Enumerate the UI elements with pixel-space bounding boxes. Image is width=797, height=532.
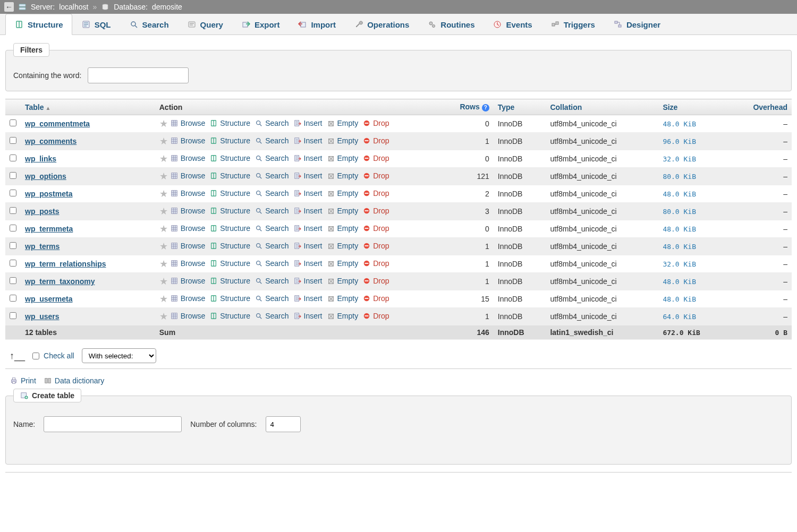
table-name-link[interactable]: wp_term_taxonomy: [25, 277, 95, 286]
favorite-star-icon[interactable]: ★: [159, 241, 168, 252]
structure-action[interactable]: Structure: [209, 171, 250, 180]
tab-sql[interactable]: SQL: [72, 14, 120, 35]
structure-action[interactable]: Structure: [209, 119, 250, 127]
browse-action[interactable]: Browse: [170, 119, 206, 127]
insert-action[interactable]: Insert: [293, 136, 323, 145]
table-name-link[interactable]: wp_comments: [25, 137, 77, 145]
create-cols-input[interactable]: [266, 416, 301, 432]
browse-action[interactable]: Browse: [170, 171, 206, 180]
structure-action[interactable]: Structure: [209, 154, 250, 162]
search-action[interactable]: Search: [255, 277, 289, 285]
empty-action[interactable]: Empty: [327, 277, 359, 285]
help-icon[interactable]: ?: [482, 104, 489, 111]
col-type[interactable]: Type: [494, 99, 546, 115]
favorite-star-icon[interactable]: ★: [159, 259, 168, 269]
browse-action[interactable]: Browse: [170, 312, 206, 320]
drop-action[interactable]: Drop: [362, 277, 389, 285]
empty-action[interactable]: Empty: [327, 136, 359, 145]
table-name-link[interactable]: wp_links: [25, 155, 56, 163]
empty-action[interactable]: Empty: [327, 224, 359, 233]
col-overhead[interactable]: Overhead: [727, 99, 792, 115]
search-action[interactable]: Search: [255, 136, 289, 145]
structure-action[interactable]: Structure: [209, 207, 250, 215]
server-link[interactable]: localhost: [59, 3, 88, 11]
empty-action[interactable]: Empty: [327, 294, 359, 303]
row-checkbox[interactable]: [10, 312, 16, 319]
back-arrow-icon[interactable]: ←: [4, 2, 14, 12]
row-checkbox[interactable]: [10, 207, 16, 214]
row-checkbox[interactable]: [10, 137, 16, 144]
structure-action[interactable]: Structure: [209, 312, 250, 320]
tab-operations[interactable]: Operations: [345, 14, 418, 35]
tab-import[interactable]: Import: [289, 14, 345, 35]
table-name-link[interactable]: wp_users: [25, 312, 60, 321]
col-table[interactable]: Table▲: [21, 99, 155, 115]
drop-action[interactable]: Drop: [362, 312, 389, 320]
drop-action[interactable]: Drop: [362, 294, 389, 303]
row-checkbox[interactable]: [10, 277, 16, 284]
structure-action[interactable]: Structure: [209, 259, 250, 268]
empty-action[interactable]: Empty: [327, 312, 359, 320]
table-name-link[interactable]: wp_options: [25, 172, 66, 181]
drop-action[interactable]: Drop: [362, 224, 389, 233]
row-checkbox[interactable]: [10, 155, 16, 161]
browse-action[interactable]: Browse: [170, 294, 206, 303]
row-checkbox[interactable]: [10, 242, 16, 249]
favorite-star-icon[interactable]: ★: [159, 206, 168, 217]
empty-action[interactable]: Empty: [327, 207, 359, 215]
insert-action[interactable]: Insert: [293, 224, 323, 233]
insert-action[interactable]: Insert: [293, 119, 323, 127]
structure-action[interactable]: Structure: [209, 277, 250, 285]
empty-action[interactable]: Empty: [327, 242, 359, 250]
table-name-link[interactable]: wp_term_relationships: [25, 260, 106, 268]
structure-action[interactable]: Structure: [209, 242, 250, 250]
favorite-star-icon[interactable]: ★: [159, 153, 168, 164]
tab-structure[interactable]: Structure: [5, 14, 72, 35]
tab-designer[interactable]: Designer: [604, 14, 669, 35]
search-action[interactable]: Search: [255, 207, 289, 215]
structure-action[interactable]: Structure: [209, 294, 250, 303]
insert-action[interactable]: Insert: [293, 242, 323, 250]
drop-action[interactable]: Drop: [362, 136, 389, 145]
browse-action[interactable]: Browse: [170, 154, 206, 162]
favorite-star-icon[interactable]: ★: [159, 311, 168, 322]
search-action[interactable]: Search: [255, 312, 289, 320]
structure-action[interactable]: Structure: [209, 224, 250, 233]
drop-action[interactable]: Drop: [362, 189, 389, 198]
browse-action[interactable]: Browse: [170, 136, 206, 145]
table-name-link[interactable]: wp_commentmeta: [25, 119, 90, 128]
with-selected-dropdown[interactable]: With selected:: [82, 348, 156, 363]
insert-action[interactable]: Insert: [293, 207, 323, 215]
create-name-input[interactable]: [44, 416, 182, 432]
empty-action[interactable]: Empty: [327, 119, 359, 127]
insert-action[interactable]: Insert: [293, 259, 323, 268]
search-action[interactable]: Search: [255, 119, 289, 127]
data-dictionary-link[interactable]: Data dictionary: [44, 376, 104, 385]
drop-action[interactable]: Drop: [362, 259, 389, 268]
browse-action[interactable]: Browse: [170, 224, 206, 233]
col-collation[interactable]: Collation: [546, 99, 658, 115]
empty-action[interactable]: Empty: [327, 154, 359, 162]
drop-action[interactable]: Drop: [362, 171, 389, 180]
browse-action[interactable]: Browse: [170, 277, 206, 285]
favorite-star-icon[interactable]: ★: [159, 136, 168, 147]
tab-export[interactable]: Export: [232, 14, 289, 35]
check-all-checkbox[interactable]: [32, 353, 39, 359]
browse-action[interactable]: Browse: [170, 259, 206, 268]
search-action[interactable]: Search: [255, 242, 289, 250]
search-action[interactable]: Search: [255, 294, 289, 303]
favorite-star-icon[interactable]: ★: [159, 276, 168, 287]
row-checkbox[interactable]: [10, 172, 16, 179]
tab-events[interactable]: Events: [484, 14, 541, 35]
table-name-link[interactable]: wp_postmeta: [25, 190, 72, 198]
tab-search[interactable]: Search: [120, 14, 178, 35]
table-name-link[interactable]: wp_termmeta: [25, 225, 73, 233]
table-name-link[interactable]: wp_posts: [25, 207, 60, 216]
favorite-star-icon[interactable]: ★: [159, 171, 168, 182]
row-checkbox[interactable]: [10, 225, 16, 231]
insert-action[interactable]: Insert: [293, 294, 323, 303]
insert-action[interactable]: Insert: [293, 154, 323, 162]
row-checkbox[interactable]: [10, 119, 16, 126]
search-action[interactable]: Search: [255, 154, 289, 162]
table-name-link[interactable]: wp_terms: [25, 242, 60, 251]
